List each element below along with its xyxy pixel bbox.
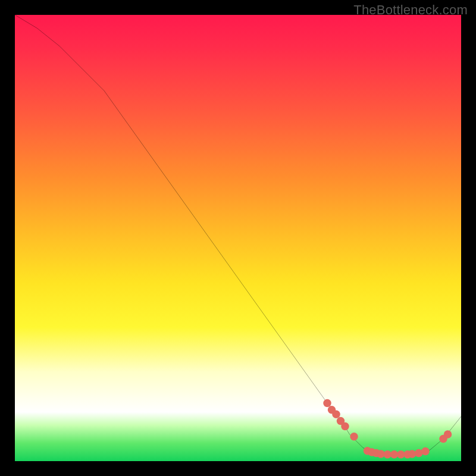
curve-markers bbox=[323, 399, 452, 459]
curve-marker bbox=[323, 399, 331, 408]
curve-marker bbox=[350, 433, 358, 441]
curve-marker bbox=[421, 447, 430, 456]
watermark-text: TheBottleneck.com bbox=[353, 2, 468, 18]
curve-svg bbox=[15, 15, 461, 461]
chart-frame: TheBottleneck.com bbox=[0, 0, 476, 476]
curve-marker bbox=[332, 411, 340, 419]
curve-marker bbox=[444, 430, 452, 439]
bottleneck-curve bbox=[15, 15, 461, 455]
plot-area bbox=[15, 15, 461, 461]
curve-marker bbox=[341, 422, 349, 431]
